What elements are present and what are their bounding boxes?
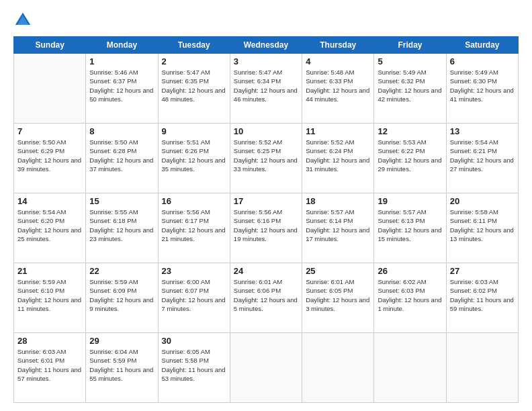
day-info: Sunrise: 5:51 AMSunset: 6:26 PMDaylight:… bbox=[162, 138, 226, 173]
day-number: 21 bbox=[17, 266, 82, 276]
calendar-cell: 9Sunrise: 5:51 AMSunset: 6:26 PMDaylight… bbox=[158, 124, 230, 193]
calendar-cell: 10Sunrise: 5:52 AMSunset: 6:25 PMDayligh… bbox=[230, 124, 302, 193]
weekday-header-saturday: Saturday bbox=[446, 37, 518, 54]
calendar-cell: 4Sunrise: 5:48 AMSunset: 6:33 PMDaylight… bbox=[302, 54, 374, 124]
day-number: 30 bbox=[162, 336, 226, 346]
day-info: Sunrise: 5:54 AMSunset: 6:20 PMDaylight:… bbox=[17, 208, 82, 243]
day-number: 6 bbox=[450, 56, 515, 66]
weekday-header-thursday: Thursday bbox=[302, 37, 374, 54]
day-info: Sunrise: 5:55 AMSunset: 6:18 PMDaylight:… bbox=[89, 208, 154, 243]
day-info: Sunrise: 5:57 AMSunset: 6:13 PMDaylight:… bbox=[378, 208, 442, 243]
day-info: Sunrise: 5:48 AMSunset: 6:33 PMDaylight:… bbox=[306, 68, 370, 103]
day-number: 17 bbox=[234, 196, 298, 206]
calendar-cell: 15Sunrise: 5:55 AMSunset: 6:18 PMDayligh… bbox=[86, 193, 158, 263]
calendar-cell: 25Sunrise: 6:01 AMSunset: 6:05 PMDayligh… bbox=[302, 263, 374, 333]
calendar-cell bbox=[230, 333, 302, 403]
day-number: 20 bbox=[450, 196, 515, 206]
calendar-cell bbox=[446, 333, 518, 403]
day-info: Sunrise: 5:59 AMSunset: 6:10 PMDaylight:… bbox=[17, 277, 82, 313]
day-number: 1 bbox=[89, 56, 154, 66]
header bbox=[13, 11, 519, 30]
day-info: Sunrise: 5:53 AMSunset: 6:22 PMDaylight:… bbox=[378, 138, 442, 173]
calendar-cell: 11Sunrise: 5:52 AMSunset: 6:24 PMDayligh… bbox=[302, 124, 374, 193]
calendar-cell: 21Sunrise: 5:59 AMSunset: 6:10 PMDayligh… bbox=[14, 263, 86, 333]
calendar-cell: 22Sunrise: 5:59 AMSunset: 6:09 PMDayligh… bbox=[86, 263, 158, 333]
calendar-cell: 30Sunrise: 6:05 AMSunset: 5:58 PMDayligh… bbox=[158, 333, 230, 403]
day-number: 3 bbox=[234, 56, 298, 66]
day-number: 4 bbox=[306, 56, 370, 66]
calendar-cell bbox=[14, 54, 86, 124]
day-number: 15 bbox=[89, 196, 154, 206]
day-info: Sunrise: 6:01 AMSunset: 6:05 PMDaylight:… bbox=[306, 277, 370, 313]
calendar-cell: 20Sunrise: 5:58 AMSunset: 6:11 PMDayligh… bbox=[446, 193, 518, 263]
day-info: Sunrise: 5:50 AMSunset: 6:28 PMDaylight:… bbox=[89, 138, 154, 173]
day-number: 25 bbox=[306, 266, 370, 276]
day-number: 27 bbox=[450, 266, 515, 276]
day-info: Sunrise: 5:56 AMSunset: 6:16 PMDaylight:… bbox=[234, 208, 298, 243]
weekday-header-row: SundayMondayTuesdayWednesdayThursdayFrid… bbox=[14, 37, 519, 54]
calendar-cell: 3Sunrise: 5:47 AMSunset: 6:34 PMDaylight… bbox=[230, 54, 302, 124]
calendar-cell: 18Sunrise: 5:57 AMSunset: 6:14 PMDayligh… bbox=[302, 193, 374, 263]
calendar-cell: 1Sunrise: 5:46 AMSunset: 6:37 PMDaylight… bbox=[86, 54, 158, 124]
calendar-week-row: 28Sunrise: 6:03 AMSunset: 6:01 PMDayligh… bbox=[14, 333, 519, 403]
calendar: SundayMondayTuesdayWednesdayThursdayFrid… bbox=[13, 36, 519, 403]
day-number: 14 bbox=[17, 196, 82, 206]
day-info: Sunrise: 5:47 AMSunset: 6:35 PMDaylight:… bbox=[162, 68, 226, 103]
day-number: 13 bbox=[450, 126, 515, 136]
day-info: Sunrise: 5:50 AMSunset: 6:29 PMDaylight:… bbox=[17, 138, 82, 173]
page: SundayMondayTuesdayWednesdayThursdayFrid… bbox=[0, 0, 532, 411]
calendar-cell: 7Sunrise: 5:50 AMSunset: 6:29 PMDaylight… bbox=[14, 124, 86, 193]
day-info: Sunrise: 6:03 AMSunset: 6:01 PMDaylight:… bbox=[17, 347, 82, 383]
logo-icon bbox=[13, 11, 32, 30]
calendar-cell: 13Sunrise: 5:54 AMSunset: 6:21 PMDayligh… bbox=[446, 124, 518, 193]
day-number: 28 bbox=[17, 336, 82, 346]
day-info: Sunrise: 5:49 AMSunset: 6:32 PMDaylight:… bbox=[378, 68, 442, 103]
calendar-cell: 16Sunrise: 5:56 AMSunset: 6:17 PMDayligh… bbox=[158, 193, 230, 263]
calendar-cell: 14Sunrise: 5:54 AMSunset: 6:20 PMDayligh… bbox=[14, 193, 86, 263]
day-number: 5 bbox=[378, 56, 442, 66]
calendar-cell: 28Sunrise: 6:03 AMSunset: 6:01 PMDayligh… bbox=[14, 333, 86, 403]
day-number: 7 bbox=[17, 126, 82, 136]
calendar-week-row: 1Sunrise: 5:46 AMSunset: 6:37 PMDaylight… bbox=[14, 54, 519, 124]
day-number: 2 bbox=[162, 56, 226, 66]
weekday-header-monday: Monday bbox=[86, 37, 158, 54]
weekday-header-friday: Friday bbox=[374, 37, 446, 54]
day-info: Sunrise: 5:47 AMSunset: 6:34 PMDaylight:… bbox=[234, 68, 298, 103]
weekday-header-wednesday: Wednesday bbox=[230, 37, 302, 54]
logo bbox=[13, 11, 36, 30]
day-info: Sunrise: 5:59 AMSunset: 6:09 PMDaylight:… bbox=[89, 277, 154, 313]
day-number: 16 bbox=[162, 196, 226, 206]
calendar-cell: 19Sunrise: 5:57 AMSunset: 6:13 PMDayligh… bbox=[374, 193, 446, 263]
day-info: Sunrise: 6:03 AMSunset: 6:02 PMDaylight:… bbox=[450, 277, 515, 313]
day-info: Sunrise: 5:58 AMSunset: 6:11 PMDaylight:… bbox=[450, 208, 515, 243]
day-info: Sunrise: 6:01 AMSunset: 6:06 PMDaylight:… bbox=[234, 277, 298, 313]
day-info: Sunrise: 6:05 AMSunset: 5:58 PMDaylight:… bbox=[162, 347, 226, 383]
day-number: 23 bbox=[162, 266, 226, 276]
calendar-week-row: 7Sunrise: 5:50 AMSunset: 6:29 PMDaylight… bbox=[14, 124, 519, 193]
calendar-cell: 29Sunrise: 6:04 AMSunset: 5:59 PMDayligh… bbox=[86, 333, 158, 403]
day-number: 24 bbox=[234, 266, 298, 276]
day-number: 11 bbox=[306, 126, 370, 136]
day-number: 12 bbox=[378, 126, 442, 136]
day-number: 9 bbox=[162, 126, 226, 136]
calendar-cell bbox=[302, 333, 374, 403]
calendar-cell: 26Sunrise: 6:02 AMSunset: 6:03 PMDayligh… bbox=[374, 263, 446, 333]
day-number: 29 bbox=[89, 336, 154, 346]
day-info: Sunrise: 5:56 AMSunset: 6:17 PMDaylight:… bbox=[162, 208, 226, 243]
day-number: 10 bbox=[234, 126, 298, 136]
calendar-cell: 23Sunrise: 6:00 AMSunset: 6:07 PMDayligh… bbox=[158, 263, 230, 333]
calendar-cell: 5Sunrise: 5:49 AMSunset: 6:32 PMDaylight… bbox=[374, 54, 446, 124]
calendar-cell: 24Sunrise: 6:01 AMSunset: 6:06 PMDayligh… bbox=[230, 263, 302, 333]
calendar-cell: 6Sunrise: 5:49 AMSunset: 6:30 PMDaylight… bbox=[446, 54, 518, 124]
calendar-cell bbox=[374, 333, 446, 403]
calendar-cell: 2Sunrise: 5:47 AMSunset: 6:35 PMDaylight… bbox=[158, 54, 230, 124]
calendar-cell: 12Sunrise: 5:53 AMSunset: 6:22 PMDayligh… bbox=[374, 124, 446, 193]
day-number: 19 bbox=[378, 196, 442, 206]
calendar-week-row: 21Sunrise: 5:59 AMSunset: 6:10 PMDayligh… bbox=[14, 263, 519, 333]
calendar-week-row: 14Sunrise: 5:54 AMSunset: 6:20 PMDayligh… bbox=[14, 193, 519, 263]
day-info: Sunrise: 5:52 AMSunset: 6:25 PMDaylight:… bbox=[234, 138, 298, 173]
day-info: Sunrise: 5:57 AMSunset: 6:14 PMDaylight:… bbox=[306, 208, 370, 243]
day-number: 22 bbox=[89, 266, 154, 276]
day-info: Sunrise: 6:00 AMSunset: 6:07 PMDaylight:… bbox=[162, 277, 226, 313]
day-info: Sunrise: 5:46 AMSunset: 6:37 PMDaylight:… bbox=[89, 68, 154, 103]
